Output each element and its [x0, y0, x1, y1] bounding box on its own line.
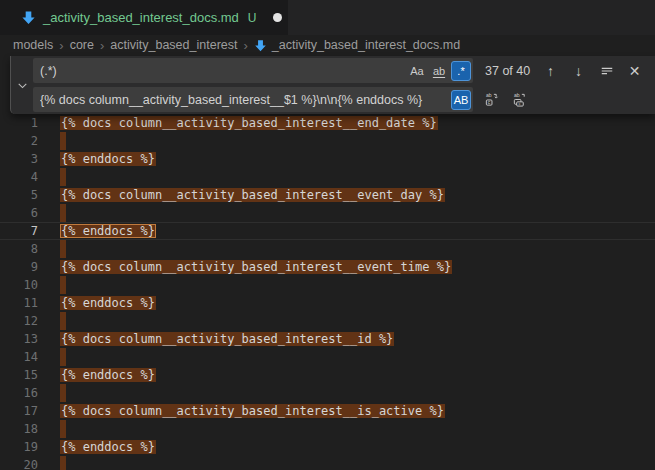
find-match-highlight: {% docs column__activity_based_interest_… [60, 188, 445, 202]
breadcrumb-file-label: _activity_based_interest_docs.md [272, 38, 460, 52]
code-line[interactable]: 15{% enddocs %} [0, 366, 655, 384]
line-text: {% docs column__activity_based_interest_… [60, 330, 394, 348]
line-text [60, 204, 66, 222]
breadcrumb: models›core›activity_based_interest› _ac… [0, 35, 655, 55]
code-line[interactable]: 1{% docs column__activity_based_interest… [0, 114, 655, 132]
code-line[interactable]: 9{% docs column__activity_based_interest… [0, 258, 655, 276]
code-line[interactable]: 4 [0, 168, 655, 186]
line-number: 20 [0, 456, 38, 470]
match-case-button[interactable]: Aa [407, 61, 427, 81]
find-match-highlight [60, 384, 66, 402]
line-text [60, 384, 66, 402]
find-in-selection-icon [600, 64, 614, 78]
find-match-highlight [60, 312, 66, 330]
find-input[interactable]: (.*) Aa ab .* [33, 58, 473, 83]
find-input-value: (.*) [40, 64, 405, 78]
code-line[interactable]: 6 [0, 204, 655, 222]
line-text: {% docs column__activity_based_interest_… [60, 186, 445, 204]
previous-match-button[interactable]: ↑ [540, 60, 561, 81]
find-match-highlight: {% enddocs %} [60, 152, 156, 166]
line-text: {% enddocs %} [60, 222, 156, 240]
find-match-highlight [60, 276, 66, 294]
code-line[interactable]: 5{% docs column__activity_based_interest… [0, 186, 655, 204]
editor-pane[interactable]: (.*) Aa ab .* 37 of 40 ↑ ↓ ✕ [0, 55, 655, 470]
find-match-highlight: {% enddocs %} [60, 368, 156, 382]
find-match-highlight [60, 204, 66, 222]
preserve-case-button[interactable]: AB [451, 90, 471, 110]
code-line[interactable]: 20 [0, 456, 655, 470]
code-line[interactable]: 10 [0, 276, 655, 294]
code-area[interactable]: 1{% docs column__activity_based_interest… [0, 114, 655, 470]
breadcrumb-item[interactable]: activity_based_interest [110, 38, 237, 52]
line-text: {% enddocs %} [60, 438, 156, 456]
next-match-button[interactable]: ↓ [568, 60, 589, 81]
regex-button[interactable]: .* [451, 61, 471, 81]
replace-button[interactable]: ab c [481, 89, 502, 110]
line-text [60, 456, 66, 470]
line-number: 3 [0, 150, 38, 168]
replace-icon: ab c [484, 92, 499, 107]
line-text [60, 132, 66, 150]
line-number: 11 [0, 294, 38, 312]
markdown-file-icon [254, 39, 267, 52]
line-number: 5 [0, 186, 38, 204]
replace-all-button[interactable]: ab c [509, 89, 530, 110]
code-line[interactable]: 14 [0, 348, 655, 366]
find-match-highlight: {% docs column__activity_based_interest_… [60, 404, 445, 418]
find-match-highlight: {% docs column__activity_based_interest_… [60, 116, 438, 130]
code-line[interactable]: 19{% enddocs %} [0, 438, 655, 456]
line-text [60, 312, 66, 330]
replace-input[interactable]: {% docs column__activity_based_interest_… [33, 87, 473, 112]
code-line[interactable]: 8 [0, 240, 655, 258]
code-line[interactable]: 17{% docs column__activity_based_interes… [0, 402, 655, 420]
code-line[interactable]: 16 [0, 384, 655, 402]
code-line[interactable]: 11{% enddocs %} [0, 294, 655, 312]
code-line[interactable]: 3{% enddocs %} [0, 150, 655, 168]
line-number: 13 [0, 330, 38, 348]
line-text: {% docs column__activity_based_interest_… [60, 114, 438, 132]
line-number: 2 [0, 132, 38, 150]
line-number: 4 [0, 168, 38, 186]
whole-word-button[interactable]: ab [429, 61, 449, 81]
find-match-current: {% enddocs %} [60, 224, 156, 238]
breadcrumb-item[interactable]: core [70, 38, 94, 52]
line-number: 14 [0, 348, 38, 366]
code-line[interactable]: 7{% enddocs %} [0, 222, 655, 240]
breadcrumb-separator: › [100, 38, 104, 53]
code-line[interactable]: 12 [0, 312, 655, 330]
code-line[interactable]: 18 [0, 420, 655, 438]
find-match-highlight [60, 132, 66, 150]
tab-active-file[interactable]: _activity_based_interest_docs.md U [0, 0, 288, 35]
line-text [60, 276, 66, 294]
svg-text:ab: ab [486, 92, 492, 98]
replace-row: {% docs column__activity_based_interest_… [33, 87, 649, 112]
line-number: 9 [0, 258, 38, 276]
close-widget-button[interactable]: ✕ [624, 60, 645, 81]
code-line[interactable]: 2 [0, 132, 655, 150]
markdown-file-icon [21, 10, 36, 25]
line-number: 12 [0, 312, 38, 330]
breadcrumb-item[interactable]: models [13, 38, 53, 52]
toggle-replace-button[interactable] [11, 56, 33, 114]
chevron-down-icon [17, 80, 28, 91]
line-text [60, 168, 66, 186]
find-match-highlight [60, 348, 66, 366]
line-number: 19 [0, 438, 38, 456]
line-text [60, 348, 66, 366]
breadcrumb-item-file[interactable]: _activity_based_interest_docs.md [254, 38, 460, 52]
replace-input-value: {% docs column__activity_based_interest_… [40, 93, 449, 107]
line-number: 10 [0, 276, 38, 294]
code-line[interactable]: 13{% docs column__activity_based_interes… [0, 330, 655, 348]
breadcrumb-separator: › [59, 38, 63, 53]
find-match-highlight: {% docs column__activity_based_interest_… [60, 260, 452, 274]
find-in-selection-button[interactable] [596, 60, 617, 81]
unsaved-dot-icon[interactable] [273, 13, 282, 22]
find-match-highlight: {% docs column__activity_based_interest_… [60, 332, 394, 346]
line-text: {% enddocs %} [60, 366, 156, 384]
find-match-highlight [60, 456, 66, 470]
find-row: (.*) Aa ab .* 37 of 40 ↑ ↓ ✕ [33, 58, 649, 83]
find-match-highlight [60, 240, 66, 258]
line-number: 7 [0, 222, 38, 240]
svg-text:c: c [488, 100, 491, 105]
find-match-highlight: {% enddocs %} [60, 440, 156, 454]
